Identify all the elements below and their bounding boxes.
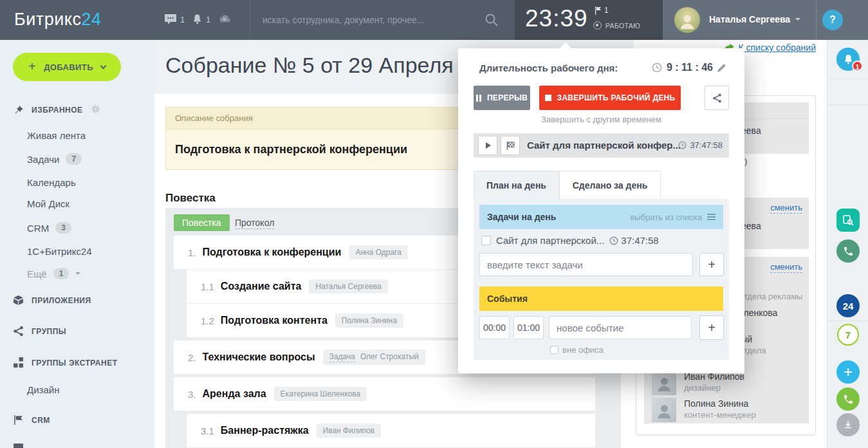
new-task-input[interactable] (479, 253, 693, 276)
avatar[interactable] (652, 371, 676, 395)
chevron-down-icon (100, 62, 107, 69)
responsible-tag: Екатерина Шеленкова (274, 387, 367, 401)
rail-divider (827, 104, 868, 105)
task-time: 37:47:58 (621, 235, 658, 246)
item-number: 3. (188, 389, 196, 400)
plan-panel: Задачи на день выбрать из списка Сайт дл… (474, 199, 729, 360)
share-button[interactable] (705, 86, 729, 110)
online-count-button[interactable]: 7 (837, 324, 859, 346)
sidebar-item-live-feed[interactable]: Живая лента (27, 130, 86, 141)
person-name: Наталья Сергеева (315, 282, 382, 291)
status-label: РАБОТАЮ (605, 22, 640, 30)
sidebar-item-more[interactable]: Ещё1 (27, 268, 80, 279)
tab-agenda[interactable]: Повестка (174, 214, 230, 231)
plus-icon: + (28, 59, 36, 74)
notifications-button[interactable]: 1 (192, 14, 210, 25)
worktime-clock-button[interactable]: 23:39 1 РАБОТАЮ (515, 0, 663, 40)
play-button[interactable] (478, 136, 497, 155)
finish-workday-button[interactable]: ЗАВЕРШИТЬ РАБОЧИЙ ДЕНЬ (539, 86, 681, 110)
download-icon (843, 420, 853, 430)
flag-count: 1 (604, 6, 609, 15)
left-sidebar: + ДОБАВИТЬ ИЗБРАННОЕ Живая лента Задачи7… (0, 40, 154, 448)
task-checkbox[interactable] (481, 236, 491, 245)
finish-task-button[interactable] (501, 136, 520, 155)
help-divider (816, 0, 817, 40)
person-name[interactable]: Полина Зинина (684, 398, 748, 409)
event-time-from-input[interactable] (479, 316, 510, 339)
search-input[interactable] (263, 10, 475, 30)
pencil-icon[interactable] (717, 63, 726, 72)
sidebar-section-extranet-groups[interactable]: ГРУППЫ ЭКСТРАНЕТ (13, 357, 117, 368)
task-link[interactable]: Задача (329, 352, 355, 362)
add-event-button[interactable]: + (699, 315, 724, 340)
sidebar-item-1c-bitrix24[interactable]: 1С+Битрикс24 (27, 246, 92, 257)
phone-button[interactable] (836, 239, 860, 263)
search-icon[interactable] (484, 12, 499, 28)
sidebar-section-favorites[interactable]: ИЗБРАННОЕ (13, 104, 100, 116)
person-name: Иван Филипов (323, 426, 375, 435)
change-secretary-link[interactable]: сменить (770, 203, 802, 214)
bitrix24-screen: Битрикс24 1 1 23:39 1 РАБОТАЮ (0, 0, 868, 448)
running-task-time: 37:47:58 (678, 140, 723, 150)
item-title: Создание сайта (221, 281, 302, 292)
item-number: 3.1 (201, 425, 214, 436)
download-app-button[interactable] (836, 413, 860, 436)
checkered-flag-icon (506, 141, 515, 151)
sidebar-item-design[interactable]: Дизайн (27, 384, 59, 395)
item-number: 1.2 (201, 315, 214, 326)
sidebar-item-calendar[interactable]: Календарь (27, 177, 76, 188)
choose-from-list-link[interactable]: выбрать из списка (630, 212, 716, 222)
notifications-bell-button[interactable]: 1 (836, 48, 860, 71)
workday-popup: Длительность рабочего дня: 9 : 11 : 46 П… (458, 48, 744, 373)
hamburger-icon (707, 212, 716, 221)
tab-protocol[interactable]: Протокол (235, 218, 274, 229)
chat-icon (164, 14, 177, 25)
invite-plus-button[interactable]: + (836, 360, 860, 384)
change-participants-link[interactable]: сменить (770, 262, 802, 273)
gear-icon[interactable] (91, 104, 100, 116)
call-button[interactable] (836, 387, 860, 411)
add-task-button[interactable]: + (699, 253, 724, 276)
sidebar-section-crm[interactable]: CRM (13, 415, 50, 425)
more-badge: 1 (53, 268, 69, 279)
play-icon (486, 142, 491, 149)
sidebar-section-apps[interactable]: ПРИЛОЖЕНИЯ (13, 295, 91, 306)
phone-icon (843, 394, 854, 405)
finish-other-time-link[interactable]: Завершить с другим временем (458, 115, 744, 124)
tasks-header-label: Задачи на день (487, 212, 556, 222)
tab-plan-for-day[interactable]: План на день (474, 171, 559, 200)
out-of-office-checkbox[interactable] (550, 346, 559, 354)
break-button[interactable]: ПЕРЕРЫВ (474, 86, 530, 110)
agenda-item-3-1[interactable]: 3.1 Баннер-растяжка Иван Филипов (187, 414, 595, 447)
tab-done-for-day[interactable]: Сделано за день (559, 171, 661, 200)
clock-display: 23:39 (525, 5, 588, 32)
event-time-to-input[interactable] (513, 316, 544, 339)
item-label: Ещё (27, 268, 47, 279)
chat-button[interactable]: 1 (164, 14, 185, 25)
task-time-value: 37:47:58 (690, 140, 723, 150)
flag-icon (595, 6, 601, 15)
avatar[interactable] (652, 398, 676, 422)
task-label[interactable]: Сайт для партнерской... (496, 235, 604, 246)
running-task-title[interactable]: Сайт для партнерской конфер... (527, 140, 681, 151)
flag-counter: 1 (595, 6, 609, 15)
pin-icon (13, 105, 24, 116)
user-avatar[interactable] (674, 7, 700, 33)
sidebar-item-crm[interactable]: CRM3 (27, 222, 71, 234)
sidebar-item-my-disk[interactable]: Мой Диск (27, 198, 69, 209)
logo[interactable]: Битрикс24 (14, 10, 101, 30)
search-document-button[interactable] (836, 209, 860, 232)
person-name: Анна Одрага (355, 248, 401, 257)
add-button[interactable]: + ДОБАВИТЬ (13, 53, 121, 81)
help-button[interactable]: ? (822, 10, 843, 30)
new-event-input[interactable] (549, 316, 692, 339)
user-menu[interactable]: Наталья Сергеева ? (663, 0, 868, 40)
flag-icon (13, 415, 24, 425)
bitrix24-network-button[interactable]: 24 (836, 294, 860, 317)
responsible-tag: Наталья Сергеева (309, 279, 388, 294)
topbar-divider (250, 0, 250, 40)
agenda-item-3[interactable]: 3. Аренда зала Екатерина Шеленкова (174, 377, 595, 411)
sidebar-item-tasks[interactable]: Задачи7 (27, 153, 82, 165)
cloud-button[interactable] (217, 14, 232, 24)
sidebar-section-groups[interactable]: ГРУППЫ (13, 326, 66, 337)
